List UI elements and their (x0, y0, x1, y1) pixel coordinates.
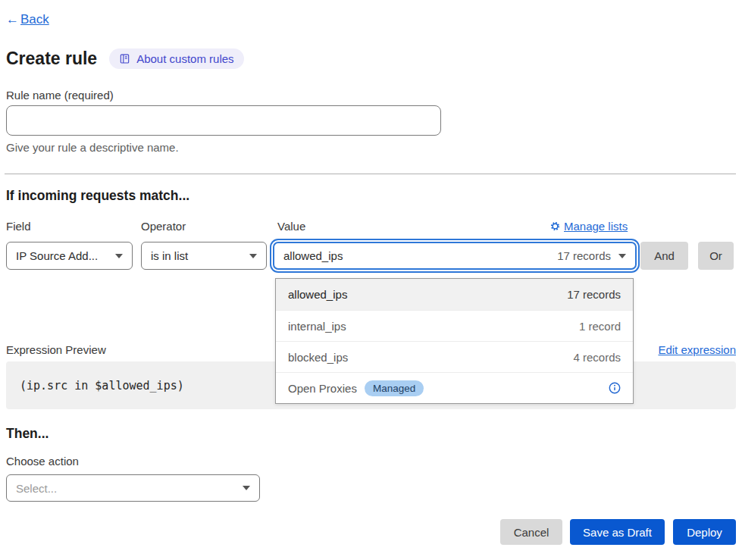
about-badge-label: About custom rules (136, 52, 233, 65)
value-select-value: allowed_ips (283, 249, 343, 262)
field-select[interactable]: IP Source Add... (6, 242, 133, 270)
choose-action-label: Choose action (6, 455, 79, 468)
rule-name-helper-text: Give your rule a descriptive name. (6, 141, 179, 154)
list-option-blocked-ips[interactable]: blocked_ips 4 records (276, 341, 633, 372)
chevron-down-icon (243, 486, 250, 490)
list-option-name: internal_ips (288, 320, 346, 333)
info-icon[interactable] (609, 382, 621, 394)
deploy-button[interactable]: Deploy (673, 519, 736, 545)
list-dropdown-panel: allowed_ips 17 records internal_ips 1 re… (275, 278, 634, 404)
back-link-label: Back (20, 12, 49, 27)
create-rule-page: ←Back Create rule About custom rules Rul… (0, 0, 742, 560)
value-select[interactable]: allowed_ips 17 records (273, 242, 637, 270)
cancel-button[interactable]: Cancel (500, 519, 562, 545)
and-button[interactable]: And (640, 242, 688, 270)
expression-preview-label: Expression Preview (6, 343, 106, 356)
list-option-name: allowed_ips (288, 288, 347, 301)
list-option-open-proxies[interactable]: Open Proxies Managed (276, 372, 633, 403)
list-option-internal-ips[interactable]: internal_ips 1 record (276, 310, 633, 341)
list-option-allowed-ips[interactable]: allowed_ips 17 records (276, 279, 633, 310)
action-select[interactable]: Select... (6, 474, 260, 502)
page-title: Create rule (6, 48, 97, 69)
list-option-name: blocked_ips (288, 351, 348, 364)
expression-code: (ip.src in $allowed_ips) (20, 379, 184, 393)
field-column-label: Field (6, 220, 31, 233)
about-custom-rules-link[interactable]: About custom rules (109, 48, 243, 69)
match-section-heading: If incoming requests match... (6, 188, 189, 204)
list-option-records: 1 record (579, 320, 621, 333)
operator-select[interactable]: is in list (141, 242, 267, 270)
title-row: Create rule About custom rules (6, 48, 244, 69)
field-select-value: IP Source Add... (16, 249, 98, 262)
back-arrow-icon: ← (6, 12, 19, 27)
list-option-name: Open Proxies (288, 382, 357, 395)
section-divider (5, 174, 736, 174)
managed-badge: Managed (365, 380, 424, 396)
manage-lists-label: Manage lists (564, 220, 628, 233)
edit-expression-link[interactable]: Edit expression (658, 343, 736, 356)
book-open-icon (119, 53, 130, 64)
rule-name-label: Rule name (required) (6, 89, 114, 102)
then-section-heading: Then... (6, 426, 49, 442)
value-select-records: 17 records (557, 249, 611, 262)
save-as-draft-button[interactable]: Save as Draft (570, 519, 665, 545)
or-button[interactable]: Or (698, 242, 734, 270)
value-column-label: Value (277, 220, 305, 233)
list-option-records: 17 records (567, 288, 621, 301)
rule-name-input[interactable] (6, 105, 441, 136)
chevron-down-icon (115, 254, 123, 258)
back-link[interactable]: ←Back (6, 12, 49, 27)
list-option-records: 4 records (573, 351, 621, 364)
manage-lists-link[interactable]: Manage lists (550, 220, 628, 233)
gear-icon (550, 221, 560, 231)
operator-column-label: Operator (141, 220, 186, 233)
operator-select-value: is in list (151, 249, 188, 262)
chevron-down-icon (249, 254, 257, 258)
action-select-placeholder: Select... (16, 482, 57, 495)
chevron-down-icon (618, 254, 626, 258)
